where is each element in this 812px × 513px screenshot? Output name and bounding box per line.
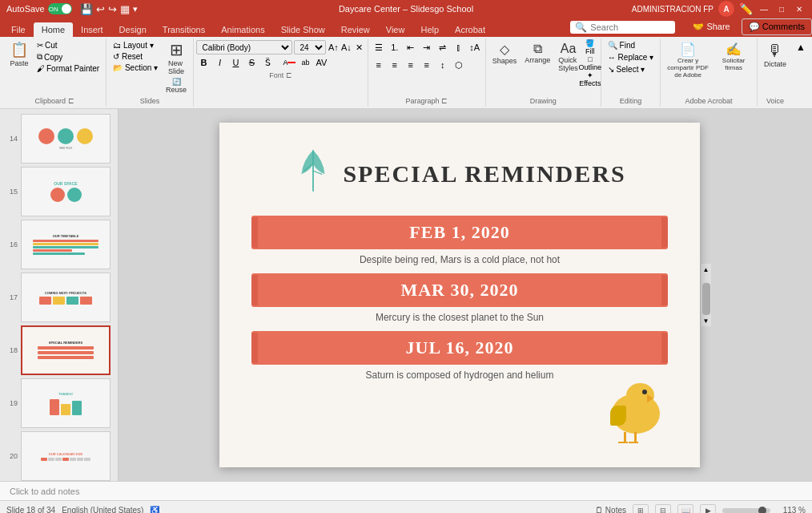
format-painter-button[interactable]: 🖌 Format Painter — [34, 63, 103, 74]
tab-insert[interactable]: Insert — [73, 22, 111, 37]
pen-icon[interactable]: ✏️ — [739, 2, 753, 15]
tab-acrobat[interactable]: Acrobat — [447, 22, 493, 37]
search-area[interactable]: 🔍 — [570, 21, 675, 34]
arrange-button[interactable]: ⧉ Arrange — [521, 40, 553, 66]
italic-button[interactable]: I — [212, 55, 227, 70]
new-slide-button[interactable]: ⊞ NewSlide — [163, 40, 189, 75]
notes-bar[interactable]: Click to add notes — [0, 481, 812, 500]
normal-view-button[interactable]: ⊞ — [633, 504, 649, 514]
tab-file[interactable]: File — [3, 22, 34, 37]
present-icon[interactable]: ▦ — [120, 3, 130, 15]
columns-button[interactable]: ⫿ — [452, 40, 466, 55]
share-button[interactable]: 🤝 Share — [685, 19, 738, 34]
zoom-thumb[interactable] — [758, 507, 766, 514]
slide-item-18[interactable]: 18 SPECIAL REMINDERS — [0, 324, 118, 377]
font-size-select[interactable]: 24 — [294, 40, 326, 55]
slide-item-15[interactable]: 15 OUR SPACE — [0, 165, 118, 218]
save-icon[interactable]: 💾 — [80, 3, 93, 15]
slide-panel[interactable]: 14 SKETCH 15 OUR SPACE — [0, 109, 119, 481]
create-pdf-button[interactable]: 📄 Crear y compartir PDF de Adobe — [664, 40, 712, 80]
font-increase-button[interactable]: A↑ — [328, 42, 339, 53]
titlebar-minimize[interactable]: — — [758, 2, 770, 15]
clear-format-button[interactable]: ✕ — [353, 42, 364, 53]
align-left-button[interactable]: ≡ — [372, 58, 386, 72]
slide-item-17[interactable]: 17 COMING NEXT: PROJECTS — [0, 271, 118, 324]
ribbon-collapse-button[interactable]: ▲ — [796, 42, 806, 53]
layout-button[interactable]: 🗂 Layout ▾ — [110, 40, 161, 50]
replace-button[interactable]: ↔ Replace ▾ — [605, 52, 657, 63]
slide-sorter-button[interactable]: ⊟ — [655, 504, 671, 514]
tab-home[interactable]: Home — [34, 22, 73, 37]
scroll-up-button[interactable]: ▲ — [701, 264, 711, 275]
right-scrollbar[interactable]: ▲ ▼ — [700, 264, 711, 326]
numbering-button[interactable]: 1. — [388, 40, 402, 55]
scroll-track[interactable] — [701, 275, 711, 315]
zoom-slider[interactable] — [722, 508, 770, 513]
align-center-button[interactable]: ≡ — [388, 58, 402, 72]
bullets-button[interactable]: ☰ — [372, 40, 386, 55]
text-direction-button[interactable]: ↕A — [468, 40, 482, 55]
cut-button[interactable]: ✂ Cut — [34, 40, 103, 50]
autosave-toggle[interactable]: ON — [48, 3, 72, 14]
comments-button[interactable]: 💬 Comments — [742, 18, 812, 35]
tab-view[interactable]: View — [378, 22, 413, 37]
user-avatar[interactable]: A — [718, 1, 734, 17]
slide-item-19[interactable]: 19 THANKS! — [0, 377, 118, 430]
slide-item-14[interactable]: 14 SKETCH — [0, 112, 118, 165]
paste-button[interactable]: 📋 Paste — [6, 40, 32, 69]
find-button[interactable]: 🔍 Find — [605, 40, 638, 50]
scroll-thumb[interactable] — [702, 283, 710, 315]
smart-art-button[interactable]: ⬡ — [452, 58, 466, 72]
copy-button[interactable]: ⧉ Copy — [34, 51, 103, 63]
reset-button[interactable]: ↺ Reset — [110, 51, 161, 62]
slide-thumb-17[interactable]: COMING NEXT: PROJECTS — [21, 273, 111, 322]
dictate-button[interactable]: 🎙 Dictate — [761, 40, 790, 70]
text-highlight-button[interactable]: ab — [298, 55, 312, 70]
indent-decrease-button[interactable]: ⇤ — [404, 40, 418, 55]
underline-button[interactable]: U — [228, 55, 243, 70]
quick-styles-button[interactable]: Aa QuickStyles — [555, 40, 581, 74]
redo-icon[interactable]: ↪ — [108, 3, 117, 15]
align-right-button[interactable]: ≡ — [404, 58, 418, 72]
titlebar-close[interactable]: ✕ — [793, 2, 806, 15]
shapes-button[interactable]: ◇ Shapes — [489, 40, 521, 67]
notes-placeholder[interactable]: Click to add notes — [10, 487, 79, 496]
indent-increase-button[interactable]: ⇥ — [420, 40, 434, 55]
accessibility-icon[interactable]: ♿ — [150, 506, 159, 513]
undo-icon[interactable]: ↩ — [96, 3, 105, 15]
bold-button[interactable]: B — [196, 55, 211, 70]
tab-help[interactable]: Help — [412, 22, 447, 37]
line-spacing-button[interactable]: ↕ — [436, 58, 450, 72]
strikethrough-button[interactable]: S — [244, 55, 259, 70]
align-justify-button[interactable]: ≡ — [420, 58, 434, 72]
shape-fill-button[interactable]: 🪣 Fill — [583, 40, 597, 55]
slide-thumb-14[interactable]: SKETCH — [21, 114, 111, 164]
font-name-select[interactable]: Calibri (Body) — [196, 40, 292, 55]
slide-item-20[interactable]: 20 OUR CALENDAR 2020 — [0, 430, 118, 481]
slide-thumb-16[interactable]: OUR TIMETABLE — [21, 220, 111, 269]
slide-thumb-20[interactable]: OUR CALENDAR 2020 — [21, 431, 111, 481]
titlebar-maximize[interactable]: □ — [775, 2, 788, 15]
char-spacing-button[interactable]: AV — [314, 55, 328, 70]
slide-thumb-19[interactable]: THANKS! — [21, 378, 111, 428]
select-button[interactable]: ↘ Select ▾ — [605, 64, 648, 75]
slideshow-button[interactable]: ▶ — [700, 504, 716, 514]
shape-outline-button[interactable]: □ Outline — [583, 56, 597, 71]
search-input[interactable] — [590, 22, 670, 32]
font-decrease-button[interactable]: A↓ — [340, 42, 352, 53]
slide-thumb-15[interactable]: OUR SPACE — [21, 167, 111, 216]
reading-view-button[interactable]: 📖 — [677, 504, 693, 514]
shadow-button[interactable]: S̈ — [260, 55, 275, 70]
slide-thumb-18[interactable]: SPECIAL REMINDERS — [21, 325, 111, 375]
tab-design[interactable]: Design — [111, 22, 155, 37]
tab-review[interactable]: Review — [333, 22, 378, 37]
tab-transitions[interactable]: Transitions — [155, 22, 213, 37]
rtl-button[interactable]: ⇌ — [436, 40, 450, 55]
shape-effects-button[interactable]: ✦ Effects — [583, 72, 597, 87]
reuse-button[interactable]: 🔄 Reuse — [163, 76, 190, 95]
customize-icon[interactable]: ▾ — [133, 4, 138, 14]
tab-animations[interactable]: Animations — [213, 22, 272, 37]
section-button[interactable]: 📂 Section ▾ — [110, 63, 161, 73]
request-signature-button[interactable]: ✍ Solicitar firmas — [714, 40, 754, 73]
tab-slideshow[interactable]: Slide Show — [273, 22, 333, 37]
